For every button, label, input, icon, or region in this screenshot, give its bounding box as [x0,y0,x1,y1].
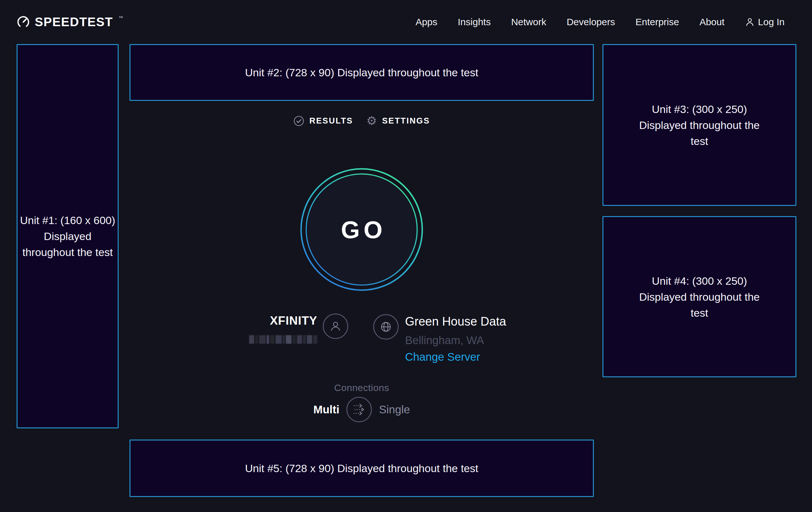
ad-unit-2-text: Unit #2: (728 x 90) Displayed throughout… [245,64,478,80]
top-nav-bar: SPEEDTEST ™ Apps Insights Network Develo… [0,0,812,44]
login-label: Log In [758,17,785,27]
connections-label: Connections [129,382,594,393]
person-icon [329,320,342,332]
go-button[interactable]: GO [299,167,424,292]
speedometer-icon [17,15,30,29]
results-settings-tabs: RESULTS ⚙ SETTINGS [129,115,594,127]
tab-results[interactable]: RESULTS [293,115,353,127]
change-server-link[interactable]: Change Server [405,350,480,363]
connections-toggle-button[interactable] [346,397,372,422]
main-nav: Apps Insights Network Developers Enterpr… [415,17,785,27]
connections-toggle-row: Multi Single [129,397,594,422]
nav-item-developers[interactable]: Developers [567,17,615,27]
ip-redacted [249,335,317,344]
ad-unit-3[interactable]: Unit #3: (300 x 250) Displayed throughou… [603,44,796,206]
tab-settings[interactable]: ⚙ SETTINGS [367,115,430,127]
speedtest-logo[interactable]: SPEEDTEST ™ [17,15,123,29]
ad-unit-1-text: Unit #1: (160 x 600) Displayed throughou… [20,212,115,260]
multi-arrows-icon [352,403,367,416]
server-location: Bellingham, WA [405,334,484,347]
ad-unit-4-text: Unit #4: (300 x 250) Displayed throughou… [631,273,768,321]
ad-unit-5-text: Unit #5: (728 x 90) Displayed throughout… [245,460,478,476]
globe-icon [379,321,392,333]
isp-name: XFINITY [270,314,317,327]
gear-icon: ⚙ [367,115,377,127]
server-globe-icon[interactable] [373,314,399,340]
user-avatar-icon [323,314,348,339]
results-tab-label: RESULTS [309,116,353,126]
nav-item-enterprise[interactable]: Enterprise [635,17,679,27]
settings-tab-label: SETTINGS [382,116,430,126]
nav-item-apps[interactable]: Apps [415,17,437,27]
nav-item-insights[interactable]: Insights [458,17,491,27]
ad-unit-1[interactable]: Unit #1: (160 x 600) Displayed throughou… [17,44,119,428]
ad-unit-2[interactable]: Unit #2: (728 x 90) Displayed throughout… [129,44,594,101]
go-label: GO [299,167,424,292]
multi-connections-option[interactable]: Multi [314,403,340,416]
go-button-area: GO [129,167,594,292]
user-icon [745,17,755,27]
login-button[interactable]: Log In [745,17,785,27]
check-circle-icon [293,115,304,127]
ad-unit-3-text: Unit #3: (300 x 250) Displayed throughou… [631,101,768,149]
nav-item-network[interactable]: Network [511,17,546,27]
server-name: Green House Data [405,315,506,328]
ad-unit-5[interactable]: Unit #5: (728 x 90) Displayed throughout… [129,439,594,497]
logo-text: SPEEDTEST [35,15,113,29]
single-connection-option[interactable]: Single [379,403,410,416]
nav-item-about[interactable]: About [699,17,724,27]
trademark-mark: ™ [118,15,123,21]
ad-unit-4[interactable]: Unit #4: (300 x 250) Displayed throughou… [603,216,796,377]
